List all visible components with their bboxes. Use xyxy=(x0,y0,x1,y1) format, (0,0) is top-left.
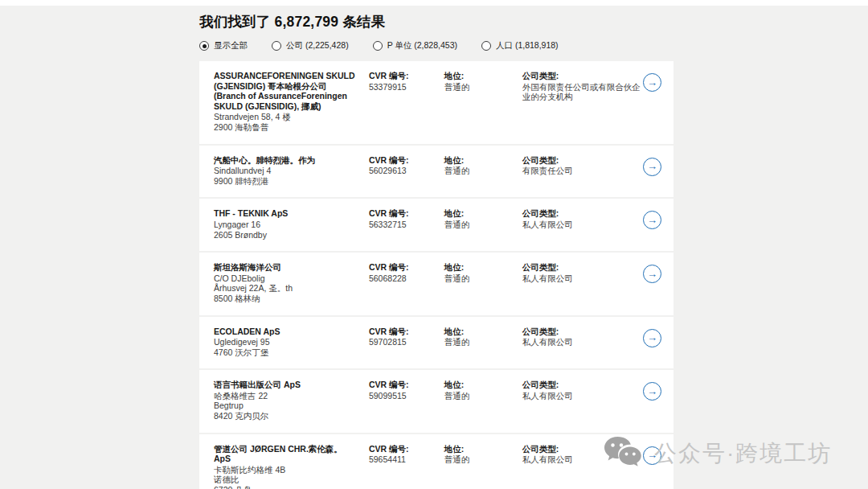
status-value: 普通的 xyxy=(444,220,522,230)
cvr-label: CVR 编号: xyxy=(369,327,444,337)
open-result-button[interactable]: → xyxy=(643,329,661,347)
result-row: 语言书籍出版公司 ApS 哈桑格维吉 22 Begtrup 8420 克内贝尔 … xyxy=(199,370,674,432)
open-result-button[interactable]: → xyxy=(643,158,661,176)
cvr-cell: CVR 编号: 56029613 xyxy=(369,155,444,176)
row-action: → xyxy=(643,211,661,229)
status-value: 普通的 xyxy=(444,82,522,92)
type-label: 公司类型: xyxy=(522,71,643,81)
type-label: 公司类型: xyxy=(522,380,643,390)
status-label: 地位: xyxy=(444,208,522,219)
radio-icon[interactable] xyxy=(373,41,383,51)
type-label: 公司类型: xyxy=(522,208,643,219)
type-cell: 公司类型: 私人有限公司 xyxy=(522,262,643,283)
company-address: 卡勒斯比约格维 4B 诺德比 6720 凡岛 xyxy=(214,465,357,489)
cvr-label: CVR 编号: xyxy=(369,262,444,273)
company-name: 汽船中心。腓特烈港。作为 xyxy=(214,155,357,166)
open-result-button[interactable]: → xyxy=(643,211,661,229)
status-cell: 地位: 普通的 xyxy=(444,208,522,229)
filter-label: P 单位 (2,828,453) xyxy=(387,40,457,51)
type-value: 外国有限责任公司或有限合伙企业的分支机构 xyxy=(522,82,643,102)
company-cell: 汽船中心。腓特烈港。作为 Sindallundvej 4 9900 腓特烈港 xyxy=(214,155,357,187)
cvr-value: 56029613 xyxy=(369,166,444,176)
result-row: 斯坦洛斯海洋公司 C/O DJEbolig Århusvej 22A, 圣。th… xyxy=(199,253,674,314)
cvr-cell: CVR 编号: 56068228 xyxy=(369,262,444,283)
status-cell: 地位: 普通的 xyxy=(444,71,522,92)
company-address: Sindallundvej 4 9900 腓特烈港 xyxy=(214,166,357,186)
type-cell: 公司类型: 私人有限公司 xyxy=(522,444,643,465)
type-cell: 公司类型: 有限责任公司 xyxy=(522,155,643,176)
status-cell: 地位: 普通的 xyxy=(444,444,522,465)
open-result-button[interactable]: → xyxy=(643,382,661,401)
cvr-label: CVR 编号: xyxy=(369,208,444,219)
status-label: 地位: xyxy=(444,71,522,81)
company-cell: 语言书籍出版公司 ApS 哈桑格维吉 22 Begtrup 8420 克内贝尔 xyxy=(214,380,357,421)
open-result-button[interactable]: → xyxy=(643,73,661,92)
result-row: 管道公司 JØRGEN CHR.索伦森。 ApS 卡勒斯比约格维 4B 诺德比 … xyxy=(199,434,674,489)
status-cell: 地位: 普通的 xyxy=(444,155,522,176)
radio-icon[interactable] xyxy=(481,41,491,51)
row-action: → xyxy=(643,158,661,176)
arrow-right-icon: → xyxy=(647,450,657,460)
arrow-right-icon: → xyxy=(647,386,657,397)
status-label: 地位: xyxy=(444,444,522,454)
cvr-cell: CVR 编号: 59654411 xyxy=(369,444,444,465)
status-value: 普通的 xyxy=(444,166,522,176)
cvr-value: 59702815 xyxy=(369,337,444,347)
type-value: 私人有限公司 xyxy=(522,337,643,347)
company-cell: 斯坦洛斯海洋公司 C/O DJEbolig Århusvej 22A, 圣。th… xyxy=(214,262,357,303)
radio-icon[interactable] xyxy=(272,41,281,51)
filter-companies[interactable]: 公司 (2,225,428) xyxy=(272,40,349,51)
row-action: → xyxy=(643,446,661,465)
type-value: 私人有限公司 xyxy=(522,273,643,284)
status-value: 普通的 xyxy=(444,454,522,465)
filter-people[interactable]: 人口 (1,818,918) xyxy=(481,40,559,51)
row-action: → xyxy=(643,265,661,283)
result-row: ASSURANCEFORENINGEN SKULD (GJENSIDIG) 哥本… xyxy=(199,61,674,144)
status-label: 地位: xyxy=(444,155,522,166)
open-result-button[interactable]: → xyxy=(643,265,661,283)
company-name: 语言书籍出版公司 ApS xyxy=(214,380,357,390)
company-name: 管道公司 JØRGEN CHR.索伦森。 ApS xyxy=(214,444,357,464)
company-address: Ugledigevej 95 4760 沃尔丁堡 xyxy=(214,337,357,357)
filter-label: 显示全部 xyxy=(214,40,248,51)
row-action: → xyxy=(643,73,661,92)
open-result-button[interactable]: → xyxy=(643,446,661,465)
results-count-title: 我们找到了 6,872,799 条结果 xyxy=(199,12,674,31)
type-label: 公司类型: xyxy=(522,327,643,337)
status-cell: 地位: 普通的 xyxy=(444,380,522,401)
radio-selected-icon[interactable] xyxy=(199,41,209,51)
type-label: 公司类型: xyxy=(522,262,643,273)
company-name: 斯坦洛斯海洋公司 xyxy=(214,262,357,273)
cvr-cell: CVR 编号: 59099515 xyxy=(369,380,444,401)
cvr-value: 59654411 xyxy=(369,454,444,465)
cvr-label: CVR 编号: xyxy=(369,444,444,454)
arrow-right-icon: → xyxy=(647,77,657,88)
filter-show-all[interactable]: 显示全部 xyxy=(199,40,248,51)
results-list: ASSURANCEFORENINGEN SKULD (GJENSIDIG) 哥本… xyxy=(199,61,674,489)
type-cell: 公司类型: 私人有限公司 xyxy=(522,327,643,347)
company-cell: ASSURANCEFORENINGEN SKULD (GJENSIDIG) 哥本… xyxy=(214,71,357,133)
result-row: THF - TEKNIK ApS Lyngager 16 2605 Brøndb… xyxy=(199,199,674,251)
result-type-filters: 显示全部 公司 (2,225,428) P 单位 (2,828,453) 人口 … xyxy=(199,40,674,51)
status-label: 地位: xyxy=(444,262,522,273)
status-cell: 地位: 普通的 xyxy=(444,262,522,283)
filter-p-units[interactable]: P 单位 (2,828,453) xyxy=(373,40,457,51)
status-cell: 地位: 普通的 xyxy=(444,327,522,347)
result-row: 汽船中心。腓特烈港。作为 Sindallundvej 4 9900 腓特烈港 C… xyxy=(199,146,674,198)
type-value: 有限责任公司 xyxy=(522,166,643,176)
type-label: 公司类型: xyxy=(522,155,643,166)
type-cell: 公司类型: 私人有限公司 xyxy=(522,380,643,401)
type-cell: 公司类型: 外国有限责任公司或有限合伙企业的分支机构 xyxy=(522,71,643,102)
company-address: 哈桑格维吉 22 Begtrup 8420 克内贝尔 xyxy=(214,391,357,421)
arrow-right-icon: → xyxy=(647,161,657,171)
cvr-value: 53379915 xyxy=(369,82,444,92)
status-value: 普通的 xyxy=(444,337,522,347)
type-cell: 公司类型: 私人有限公司 xyxy=(522,208,643,229)
result-row: ECOLADEN ApS Ugledigevej 95 4760 沃尔丁堡 CV… xyxy=(199,317,674,369)
company-name: ASSURANCEFORENINGEN SKULD (GJENSIDIG) 哥本… xyxy=(214,71,357,111)
arrow-right-icon: → xyxy=(647,332,657,343)
search-results-panel: 我们找到了 6,872,799 条结果 显示全部 公司 (2,225,428) … xyxy=(199,6,674,489)
status-label: 地位: xyxy=(444,327,522,337)
cvr-cell: CVR 编号: 53379915 xyxy=(369,71,444,92)
cvr-value: 56332715 xyxy=(369,220,444,230)
